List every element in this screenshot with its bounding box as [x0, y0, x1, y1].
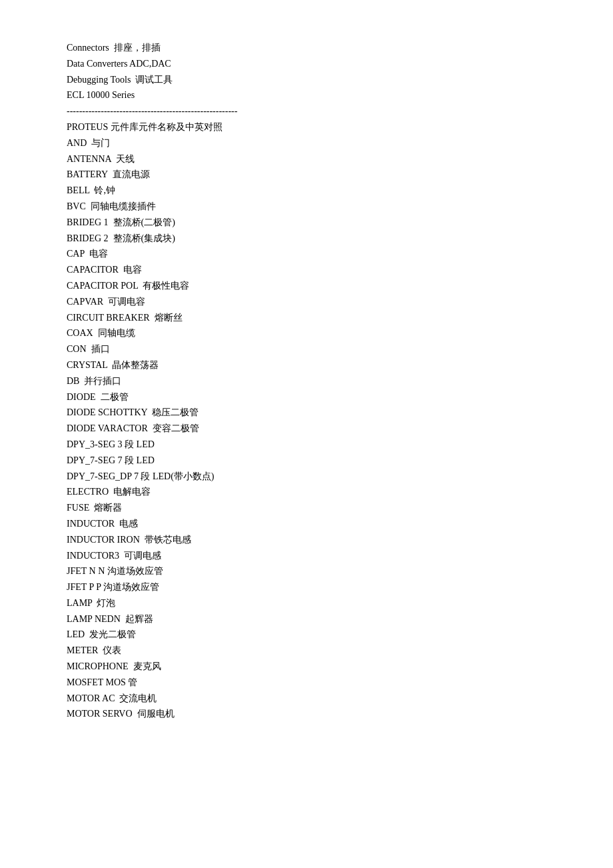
line-inductor: INDUCTOR 电感 — [67, 516, 546, 532]
line-con: CON 插口 — [67, 341, 546, 357]
line-lamp: LAMP 灯泡 — [67, 595, 546, 611]
line-debugging: Debugging Tools 调试工具 — [67, 72, 546, 88]
line-dpy3seg: DPY_3-SEG 3 段 LED — [67, 437, 546, 453]
main-content: Connectors 排座，排插Data Converters ADC,DACD… — [67, 40, 546, 722]
line-cap: CAP 电容 — [67, 246, 546, 262]
line-capvar: CAPVAR 可调电容 — [67, 294, 546, 310]
line-coax: COAX 同轴电缆 — [67, 325, 546, 341]
line-capacitor-pol: CAPACITOR POL 有极性电容 — [67, 278, 546, 294]
line-jfet-p: JFET P P 沟道场效应管 — [67, 579, 546, 595]
line-inductor3: INDUCTOR3 可调电感 — [67, 548, 546, 564]
line-mosfet: MOSFET MOS 管 — [67, 675, 546, 691]
line-data-converters: Data Converters ADC,DAC — [67, 56, 546, 72]
line-dpy7segdp: DPY_7-SEG_DP 7 段 LED(带小数点) — [67, 469, 546, 485]
line-capacitor: CAPACITOR 电容 — [67, 262, 546, 278]
line-dpy7seg: DPY_7-SEG 7 段 LED — [67, 453, 546, 469]
line-diode-varactor: DIODE VARACTOR 变容二极管 — [67, 421, 546, 437]
line-antenna: ANTENNA 天线 — [67, 151, 546, 167]
line-diode-schottky: DIODE SCHOTTKY 稳压二极管 — [67, 405, 546, 421]
line-separator: ----------------------------------------… — [67, 103, 546, 119]
line-proteus: PROTEUS 元件库元件名称及中英对照 — [67, 119, 546, 135]
line-and: AND 与门 — [67, 135, 546, 151]
line-battery: BATTERY 直流电源 — [67, 167, 546, 183]
line-led: LED 发光二极管 — [67, 627, 546, 643]
line-bvc: BVC 同轴电缆接插件 — [67, 199, 546, 215]
line-crystal: CRYSTAL 晶体整荡器 — [67, 357, 546, 373]
line-lamp-nedn: LAMP NEDN 起辉器 — [67, 611, 546, 627]
line-fuse: FUSE 熔断器 — [67, 500, 546, 516]
line-ecl: ECL 10000 Series — [67, 87, 546, 103]
line-connectors: Connectors 排座，排插 — [67, 40, 546, 56]
line-circuit-breaker: CIRCUIT BREAKER 熔断丝 — [67, 310, 546, 326]
line-bell: BELL 铃,钟 — [67, 183, 546, 199]
line-jfet-n: JFET N N 沟道场效应管 — [67, 563, 546, 579]
line-motor-ac: MOTOR AC 交流电机 — [67, 691, 546, 707]
line-diode: DIODE 二极管 — [67, 389, 546, 405]
line-brideg1: BRIDEG 1 整流桥(二极管) — [67, 215, 546, 231]
line-inductor-iron: INDUCTOR IRON 带铁芯电感 — [67, 532, 546, 548]
line-meter: METER 仪表 — [67, 643, 546, 659]
line-db: DB 并行插口 — [67, 373, 546, 389]
line-brideg2: BRIDEG 2 整流桥(集成块) — [67, 231, 546, 247]
line-electro: ELECTRO 电解电容 — [67, 484, 546, 500]
line-motor-servo: MOTOR SERVO 伺服电机 — [67, 706, 546, 722]
line-microphone: MICROPHONE 麦克风 — [67, 659, 546, 675]
